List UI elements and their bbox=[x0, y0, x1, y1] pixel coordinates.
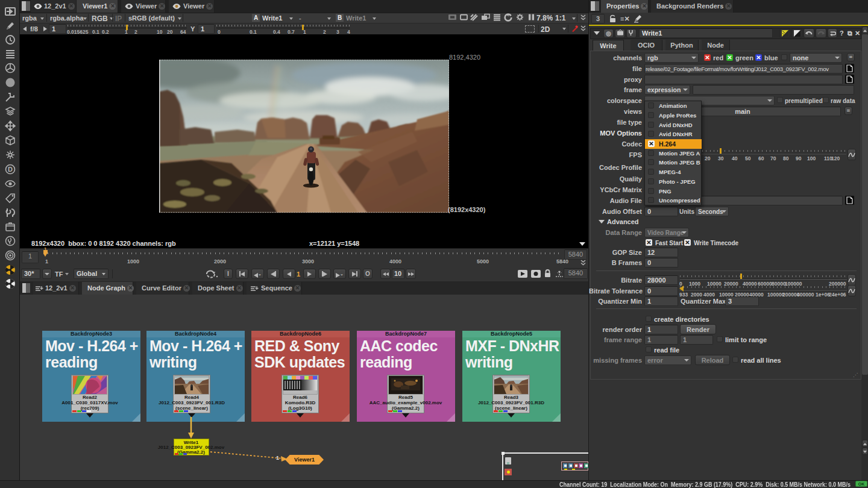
svg-text:D: D bbox=[8, 166, 13, 173]
